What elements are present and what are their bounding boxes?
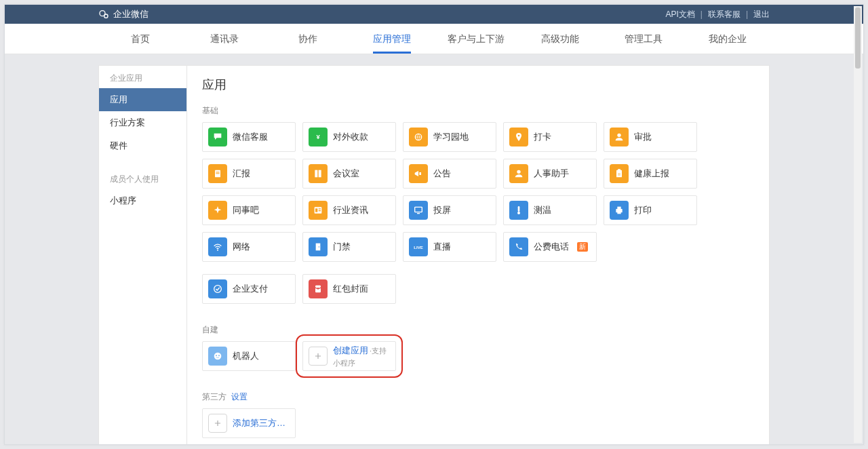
app-card[interactable]: 微信客服 [202,122,296,152]
app-card[interactable]: 汇报 [202,159,296,189]
chat-icon [208,128,227,147]
app-card[interactable]: 机器人 [202,341,296,371]
add-third-party-label: 添加第三方应用 [233,417,290,429]
door-icon [309,237,328,256]
app-card[interactable]: 会议室 [302,159,396,189]
app-card[interactable]: 红包封面 [302,274,396,304]
app-card[interactable]: 行业资讯 [302,195,396,225]
app-card[interactable]: 打印 [604,195,697,225]
svg-rect-7 [216,172,219,172]
svg-point-28 [319,246,319,247]
app-label: 微信客服 [233,131,268,143]
app-card[interactable]: 学习园地 [403,122,496,152]
link-api-doc[interactable]: API文档 [665,9,694,20]
svg-point-12 [517,170,520,174]
app-label: 直播 [433,241,451,253]
svg-text:LIVE: LIVE [414,246,422,250]
svg-rect-16 [315,208,317,212]
scrollbar[interactable] [854,6,862,443]
app-card[interactable]: 健康上报 [604,159,697,189]
person-icon [610,128,629,147]
sidebar: 企业应用 应用行业方案硬件 成员个人使用 小程序 [98,65,186,444]
section-third-label: 第三方 设置 [202,391,754,403]
svg-point-34 [216,355,217,356]
app-card[interactable]: 人事助手 [503,159,597,189]
app-card[interactable]: 公费电话新 [503,232,597,262]
app-card[interactable]: 门禁 [302,232,396,262]
top-header: 企业微信 API文档 | 联系客服 | 退出 [5,5,863,24]
app-card[interactable]: 企业支付 [202,274,296,304]
create-app-card[interactable]: 创建应用·支持小程序 [302,341,396,371]
nav-item-2[interactable]: 协作 [267,24,351,54]
app-label: 人事助手 [534,168,569,180]
app-label: 门禁 [333,241,351,253]
scrollbar-thumb[interactable] [855,7,861,69]
nav-item-3[interactable]: 应用管理 [350,24,434,54]
app-card[interactable]: 投屏 [403,195,496,225]
section-basic-label: 基础 [202,105,754,117]
spark-icon [208,201,227,220]
app-card[interactable]: 测温 [503,195,597,225]
svg-text:¥: ¥ [316,134,320,140]
main-panel: 应用 基础 微信客服¥对外收款学习园地打卡审批汇报会议室公告人事助手健康上报同事… [186,65,770,444]
pin-icon [509,128,528,147]
clipboard-icon [610,164,629,183]
app-label: 网络 [233,241,250,253]
app-card[interactable]: 审批 [604,122,697,152]
third-settings-link[interactable]: 设置 [231,392,248,402]
app-card[interactable]: 网络 [202,232,296,262]
svg-point-26 [217,250,218,251]
app-card[interactable]: LIVE直播 [403,232,496,262]
svg-rect-27 [316,243,321,251]
sidebar-item[interactable]: 应用 [99,88,186,111]
nav-item-1[interactable]: 通讯录 [182,24,267,54]
megaphone-icon [409,164,428,183]
svg-rect-9 [315,170,317,178]
nav-item-4[interactable]: 客户与上下游 [434,24,518,54]
svg-rect-10 [319,170,321,178]
svg-point-4 [518,135,520,137]
sidebar-group-title-2: 成员个人使用 [99,167,186,189]
screen-icon [409,201,428,220]
nav-item-6[interactable]: 管理工具 [602,24,686,54]
app-label: 打卡 [534,131,551,143]
badge: 新 [577,242,588,252]
nav-item-5[interactable]: 高级功能 [518,24,602,54]
link-logout[interactable]: 退出 [753,9,770,20]
link-contact[interactable]: 联系客服 [708,9,741,20]
app-label: 企业支付 [233,283,268,295]
plus-icon [309,347,328,366]
sidebar-item[interactable]: 小程序 [99,189,186,212]
app-card[interactable]: 同事吧 [202,195,296,225]
app-card[interactable]: 公告 [403,159,496,189]
sidebar-item[interactable]: 硬件 [99,134,186,157]
book-icon [309,164,328,183]
svg-rect-24 [617,207,620,209]
svg-rect-14 [618,169,620,171]
add-third-party-card[interactable]: 添加第三方应用 [202,408,296,438]
brand[interactable]: 企业微信 [98,8,149,20]
nav-item-7[interactable]: 我的企业 [686,24,770,54]
app-label: 打印 [634,204,652,216]
svg-point-1 [104,14,108,18]
sidebar-item[interactable]: 行业方案 [99,111,186,134]
app-label: 行业资讯 [333,204,368,216]
app-label: 公告 [433,168,451,180]
live-icon: LIVE [409,237,428,256]
create-app-label: 创建应用 [333,345,368,355]
svg-rect-11 [419,172,421,175]
app-card[interactable]: 打卡 [503,122,597,152]
svg-point-30 [214,286,222,293]
nav-item-0[interactable]: 首页 [98,24,182,54]
app-label: 测温 [534,204,551,216]
sidebar-group-title-1: 企业应用 [99,66,186,88]
app-label: 红包封面 [333,283,368,295]
person-icon [509,164,528,183]
svg-rect-18 [319,210,321,211]
app-label: 汇报 [233,168,250,180]
svg-point-33 [214,353,222,360]
thermo-icon [509,201,528,220]
svg-point-35 [218,355,220,356]
brand-icon [98,9,109,20]
app-card[interactable]: ¥对外收款 [302,122,396,152]
